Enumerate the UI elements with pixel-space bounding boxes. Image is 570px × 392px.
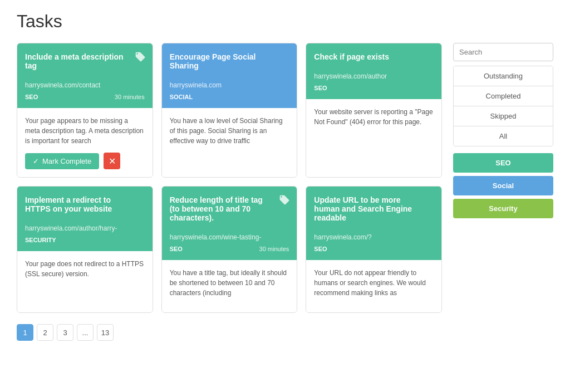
card-category: SEO <box>314 85 327 91</box>
card-category: SEO <box>25 94 38 100</box>
mark-complete-label: Mark Complete <box>42 157 91 165</box>
main-content: Include a meta description tag harryswin… <box>17 43 442 341</box>
pagination-page-1[interactable]: 1 <box>17 324 33 341</box>
card-time: 30 minutes <box>259 246 289 252</box>
card-description: Your URL do not appear friendly to human… <box>314 268 434 298</box>
card-description: Your page does not redirect to a HTTPS (… <box>25 259 145 279</box>
card-title: Implement a redirect to HTTPS on your we… <box>25 195 145 213</box>
card-url: harryswinela.com/? <box>314 233 434 241</box>
search-input[interactable] <box>453 43 553 61</box>
task-card: Implement a redirect to HTTPS on your we… <box>17 186 153 313</box>
card-url: harryswinela.com/author <box>314 72 434 80</box>
mark-complete-button[interactable]: ✓ Mark Complete <box>25 153 99 169</box>
card-url: harryswinela.com/contact <box>25 81 145 89</box>
task-grid: Include a meta description tag harryswin… <box>17 43 442 313</box>
card-meta: SEO <box>314 85 434 91</box>
filter-btn-all[interactable]: All <box>454 126 553 146</box>
card-header: Implement a redirect to HTTPS on your we… <box>17 187 153 251</box>
filter-btn-skipped[interactable]: Skipped <box>454 106 553 126</box>
card-url: harryswinela.com/wine-tasting- <box>170 233 289 241</box>
filter-btn-outstanding[interactable]: Outstanding <box>454 66 553 86</box>
task-card: Include a meta description tag harryswin… <box>17 43 153 178</box>
card-header: Encourage Page Social Sharing harryswine… <box>162 43 297 108</box>
filter-group: OutstandingCompletedSkippedAll <box>453 66 553 146</box>
filter-btn-completed[interactable]: Completed <box>454 86 553 106</box>
category-group: SEOSocialSecurity <box>453 153 553 218</box>
task-card: Reduce length of title tag (to between 1… <box>161 186 298 313</box>
category-btn-social[interactable]: Social <box>453 176 553 195</box>
card-description: You have a low level of Social Sharing o… <box>170 116 289 146</box>
pagination: 123...13 <box>17 324 442 341</box>
task-card: Check if page exists harryswinela.com/au… <box>306 43 442 178</box>
card-title: Reduce length of title tag (to between 1… <box>170 195 289 222</box>
card-meta: SEO <box>314 246 434 252</box>
card-body: Your website server is reporting a "Page… <box>306 99 441 177</box>
card-body: Your URL do not appear friendly to human… <box>306 260 441 312</box>
card-meta: SECURITY <box>25 237 145 243</box>
page-title: Tasks <box>17 11 553 32</box>
task-card: Update URL to be more human and Search E… <box>306 186 442 313</box>
card-description: Your website server is reporting a "Page… <box>314 107 434 127</box>
card-title: Update URL to be more human and Search E… <box>314 195 434 222</box>
card-url: harryswinela.com <box>170 81 289 89</box>
category-btn-seo[interactable]: SEO <box>453 153 553 173</box>
card-header: Include a meta description tag harryswin… <box>17 43 153 108</box>
tag-icon <box>135 51 146 65</box>
dismiss-icon: ✕ <box>109 156 116 166</box>
card-meta: SOCIAL <box>170 94 289 100</box>
sidebar: OutstandingCompletedSkippedAll SEOSocial… <box>453 43 553 341</box>
tag-icon <box>279 194 290 208</box>
dismiss-button[interactable]: ✕ <box>104 153 120 169</box>
card-body: Your page does not redirect to a HTTPS (… <box>17 251 153 312</box>
card-description: You have a title tag, but ideally it sho… <box>170 268 289 298</box>
card-time: 30 minutes <box>115 94 145 100</box>
card-body: You have a low level of Social Sharing o… <box>162 108 297 177</box>
card-meta: SEO 30 minutes <box>25 94 145 100</box>
card-title: Check if page exists <box>314 52 434 61</box>
card-category: SECURITY <box>25 237 56 243</box>
pagination-page-13[interactable]: 13 <box>97 324 114 341</box>
card-category: SEO <box>314 246 327 252</box>
card-title: Encourage Page Social Sharing <box>170 52 289 70</box>
card-header: Check if page exists harryswinela.com/au… <box>306 43 441 99</box>
card-category: SOCIAL <box>170 94 193 100</box>
task-card: Encourage Page Social Sharing harryswine… <box>161 43 298 178</box>
pagination-page-2[interactable]: 2 <box>37 324 53 341</box>
card-body: Your page appears to be missing a meta d… <box>17 108 153 177</box>
card-description: Your page appears to be missing a meta d… <box>25 116 145 146</box>
card-category: SEO <box>170 246 183 252</box>
pagination-ellipsis: ... <box>77 324 94 341</box>
card-actions: ✓ Mark Complete ✕ <box>25 153 145 169</box>
card-meta: SEO 30 minutes <box>170 246 289 252</box>
card-header: Reduce length of title tag (to between 1… <box>162 187 297 260</box>
card-url: harryswinela.com/author/harry- <box>25 224 145 232</box>
pagination-page-3[interactable]: 3 <box>57 324 73 341</box>
card-header: Update URL to be more human and Search E… <box>306 187 441 260</box>
card-title: Include a meta description tag <box>25 52 145 70</box>
card-body: You have a title tag, but ideally it sho… <box>162 260 297 312</box>
check-icon: ✓ <box>33 157 39 165</box>
category-btn-security[interactable]: Security <box>453 199 553 218</box>
